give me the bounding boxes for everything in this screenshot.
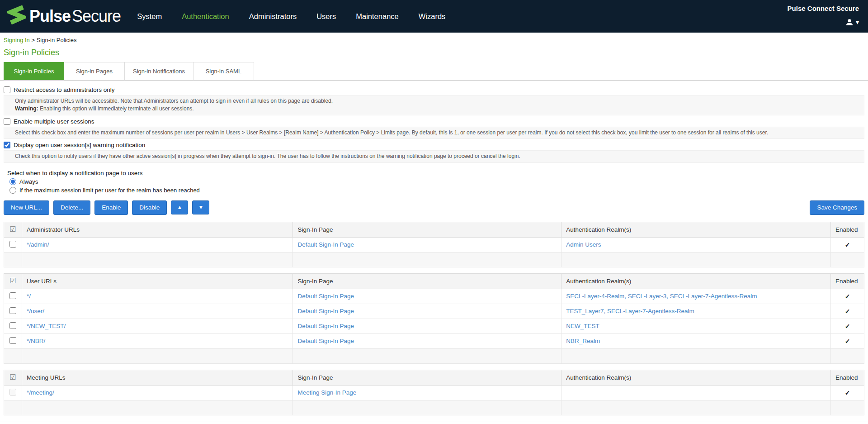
pulse-logo-icon	[7, 5, 26, 28]
arrow-down-icon: ▼	[198, 204, 203, 210]
top-header: PulseSecure System Authentication Admini…	[0, 0, 868, 33]
url-link[interactable]: */admin/	[27, 241, 49, 248]
tab-sign-in-pages[interactable]: Sign-in Pages	[64, 62, 125, 80]
option-description: Select this check box and enter the maxi…	[4, 127, 864, 139]
table-row: */NEW_TEST/ Default Sign-In Page NEW_TES…	[4, 319, 864, 333]
tab-sign-in-policies[interactable]: Sign-in Policies	[4, 62, 64, 80]
option-description: Only administrator URLs will be accessib…	[4, 95, 864, 115]
row-checkbox[interactable]	[9, 292, 16, 299]
column-header-signin-page: Sign-In Page	[293, 222, 561, 237]
column-header-realms: Authentication Realm(s)	[561, 222, 831, 237]
nav-item-users[interactable]: Users	[316, 12, 336, 21]
description-line: Only administrator URLs will be accessib…	[15, 97, 859, 105]
nav-item-system[interactable]: System	[137, 12, 162, 21]
user-menu-button[interactable]: ▾	[845, 18, 859, 26]
signin-page-link[interactable]: Meeting Sign-In Page	[297, 389, 356, 396]
signin-page-link[interactable]: Default Sign-In Page	[297, 293, 354, 300]
select-all-icon[interactable]: ☑	[9, 373, 16, 381]
empty-row	[4, 348, 864, 363]
url-link[interactable]: */NBR/	[27, 338, 45, 344]
product-name: Pulse Connect Secure	[788, 5, 859, 12]
select-all-icon[interactable]: ☑	[9, 225, 16, 233]
realm-link[interactable]: TEST_Layer7, SECL-Layer-7-Agentless-Real…	[566, 308, 694, 314]
enable-button[interactable]: Enable	[94, 200, 128, 215]
nav-item-authentication[interactable]: Authentication	[182, 12, 229, 21]
row-checkbox[interactable]	[9, 337, 16, 344]
page-title: Sign-in Policies	[0, 43, 868, 59]
row-checkbox[interactable]	[9, 322, 16, 329]
nav-item-maintenance[interactable]: Maintenance	[356, 12, 398, 21]
delete-button[interactable]: Delete...	[53, 200, 90, 215]
new-url-button[interactable]: New URL...	[4, 200, 49, 215]
realm-link[interactable]: NBR_Realm	[566, 338, 600, 344]
user-icon	[845, 18, 854, 26]
save-changes-button[interactable]: Save Changes	[810, 200, 864, 215]
signin-page-link[interactable]: Default Sign-In Page	[297, 308, 354, 314]
radio-option-max-session: If the maximum session limit per user fo…	[4, 185, 864, 194]
pulse-secure-logo: PulseSecure	[7, 5, 121, 28]
column-header-enabled: Enabled	[831, 222, 864, 237]
table-row: */ Default Sign-In Page SECL-Layer-4-Rea…	[4, 289, 864, 304]
row-checkbox[interactable]	[9, 241, 16, 248]
option-restrict-admin: Restrict access to administrators only	[4, 85, 864, 95]
empty-row	[4, 252, 864, 267]
tab-sign-in-saml[interactable]: Sign-in SAML	[193, 62, 254, 80]
column-header-realms: Authentication Realm(s)	[561, 370, 831, 385]
tab-bar: Sign-in Policies Sign-in Pages Sign-in N…	[0, 62, 868, 81]
realm-link[interactable]: Admin Users	[566, 241, 601, 248]
signin-page-link[interactable]: Default Sign-In Page	[297, 241, 354, 248]
breadcrumb: Signing In > Sign-in Policies	[0, 33, 868, 43]
warning-text: Enabling this option will immediately te…	[38, 105, 194, 112]
restrict-admin-checkbox[interactable]	[4, 86, 10, 93]
radio-label: If the maximum session limit per user fo…	[19, 187, 200, 194]
user-urls-table: ☑ User URLs Sign-In Page Authentication …	[4, 273, 864, 364]
enabled-check-icon: ✓	[845, 293, 850, 300]
brand-text: PulseSecure	[29, 7, 121, 26]
brand-word-secure: Secure	[72, 7, 121, 25]
disable-button[interactable]: Disable	[132, 200, 167, 215]
open-session-warning-checkbox[interactable]	[4, 142, 10, 148]
tab-sign-in-notifications[interactable]: Sign-in Notifications	[125, 62, 193, 80]
radio-option-always: Always	[4, 176, 864, 185]
column-header-signin-page: Sign-In Page	[293, 370, 561, 385]
description-line: Check this option to notify users if the…	[15, 152, 859, 160]
administrator-urls-table: ☑ Administrator URLs Sign-In Page Authen…	[4, 222, 864, 267]
notification-select-label: Select when to display a notification pa…	[4, 164, 864, 176]
enabled-check-icon: ✓	[845, 241, 850, 248]
column-header-signin-page: Sign-In Page	[293, 273, 561, 289]
move-up-button[interactable]: ▲	[171, 200, 188, 214]
column-header-enabled: Enabled	[831, 273, 864, 289]
move-down-button[interactable]: ▼	[192, 200, 209, 214]
nav-item-administrators[interactable]: Administrators	[249, 12, 297, 21]
signin-page-link[interactable]: Default Sign-In Page	[297, 323, 354, 329]
url-link[interactable]: */user/	[27, 308, 44, 314]
url-link[interactable]: */	[27, 293, 31, 300]
breadcrumb-link-signing-in[interactable]: Signing In	[4, 37, 30, 43]
empty-row	[4, 400, 864, 415]
realm-link[interactable]: SECL-Layer-4-Realm, SECL-Layer-3, SECL-L…	[566, 293, 757, 300]
breadcrumb-current: Sign-in Policies	[37, 37, 77, 43]
url-link[interactable]: */NEW_TEST/	[27, 323, 66, 329]
main-nav: System Authentication Administrators Use…	[137, 12, 445, 21]
table-header-row: ☑ Meeting URLs Sign-In Page Authenticati…	[4, 370, 864, 385]
enabled-check-icon: ✓	[845, 389, 850, 396]
max-session-radio[interactable]	[9, 187, 16, 194]
table-header-row: ☑ User URLs Sign-In Page Authentication …	[4, 273, 864, 289]
realm-link[interactable]: NEW_TEST	[566, 323, 599, 329]
option-label: Display open user session[s] warning not…	[14, 142, 145, 148]
url-link[interactable]: */meeting/	[27, 389, 54, 396]
column-header-realms: Authentication Realm(s)	[561, 273, 831, 289]
column-header-title: User URLs	[22, 273, 293, 289]
table-row: */meeting/ Meeting Sign-In Page ✓	[4, 385, 864, 400]
enabled-check-icon: ✓	[845, 323, 850, 330]
multiple-sessions-checkbox[interactable]	[4, 118, 10, 125]
row-checkbox[interactable]	[9, 307, 16, 314]
table-row: */NBR/ Default Sign-In Page NBR_Realm ✓	[4, 333, 864, 348]
signin-page-link[interactable]: Default Sign-In Page	[297, 338, 354, 344]
nav-item-wizards[interactable]: Wizards	[419, 12, 446, 21]
warning-label: Warning:	[15, 105, 38, 112]
row-checkbox-disabled	[9, 389, 16, 395]
always-radio[interactable]	[9, 178, 16, 185]
select-all-icon[interactable]: ☑	[9, 277, 16, 285]
arrow-up-icon: ▲	[177, 204, 182, 210]
